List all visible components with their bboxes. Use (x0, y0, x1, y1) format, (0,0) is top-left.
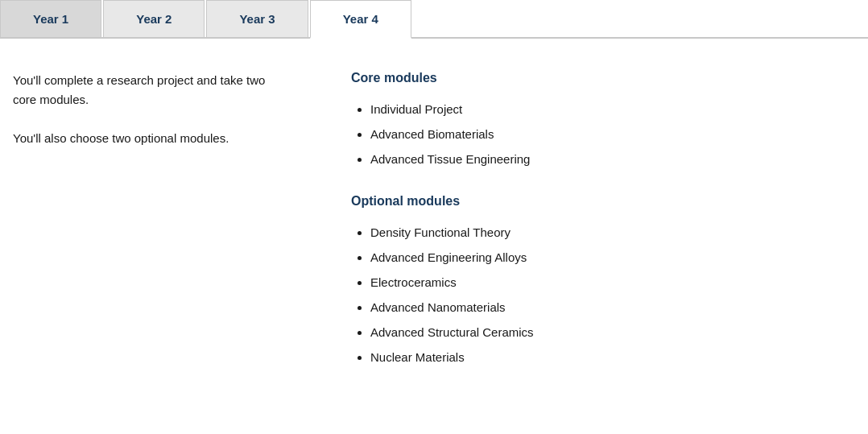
list-item: Advanced Tissue Engineering (370, 147, 852, 172)
list-item: Density Functional Theory (370, 220, 852, 245)
description-paragraph2: You'll also choose two optional modules. (13, 129, 287, 148)
list-item: Advanced Engineering Alloys (370, 245, 852, 270)
optional-modules-heading: Optional modules (351, 194, 852, 209)
list-item: Advanced Structural Ceramics (370, 320, 852, 345)
tabs-bar: Year 1 Year 2 Year 3 Year 4 (0, 0, 868, 39)
list-item: Individual Project (370, 97, 852, 122)
optional-modules-list: Density Functional Theory Advanced Engin… (351, 220, 852, 370)
right-column: Core modules Individual Project Advanced… (351, 71, 852, 392)
tab-year3[interactable]: Year 3 (206, 0, 308, 37)
content-area: You'll complete a research project and t… (0, 39, 868, 424)
core-modules-list: Individual Project Advanced Biomaterials… (351, 97, 852, 172)
tab-year1[interactable]: Year 1 (0, 0, 101, 37)
core-modules-heading: Core modules (351, 71, 852, 85)
tab-year4[interactable]: Year 4 (310, 0, 411, 39)
tab-year2[interactable]: Year 2 (103, 0, 205, 37)
list-item: Electroceramics (370, 270, 852, 295)
list-item: Advanced Nanomaterials (370, 295, 852, 320)
left-column: You'll complete a research project and t… (13, 71, 287, 392)
description-paragraph1: You'll complete a research project and t… (13, 71, 287, 110)
list-item: Advanced Biomaterials (370, 122, 852, 147)
list-item: Nuclear Materials (370, 345, 852, 370)
